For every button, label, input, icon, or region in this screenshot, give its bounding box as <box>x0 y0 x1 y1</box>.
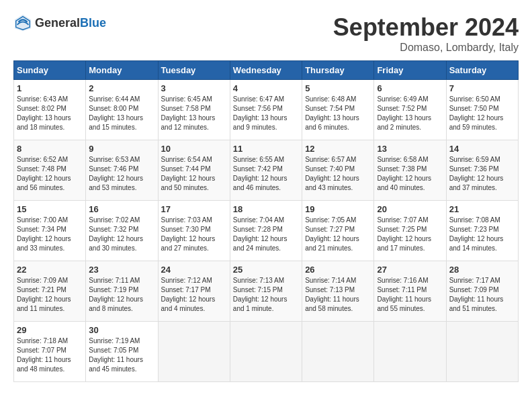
calendar-day: 29 Sunrise: 7:18 AMSunset: 7:07 PMDaylig… <box>14 322 86 382</box>
calendar-day: 11 Sunrise: 6:55 AMSunset: 7:42 PMDaylig… <box>230 140 302 201</box>
day-number: 2 <box>89 83 154 93</box>
day-number: 19 <box>305 204 371 214</box>
day-info: Sunrise: 7:17 AMSunset: 7:09 PMDaylight:… <box>449 277 504 312</box>
header-tuesday: Tuesday <box>158 61 230 80</box>
day-info: Sunrise: 7:13 AMSunset: 7:15 PMDaylight:… <box>233 277 287 312</box>
calendar-day: 10 Sunrise: 6:54 AMSunset: 7:44 PMDaylig… <box>158 140 230 201</box>
calendar-day-empty <box>374 322 446 382</box>
day-info: Sunrise: 7:14 AMSunset: 7:13 PMDaylight:… <box>305 277 359 312</box>
calendar-day: 8 Sunrise: 6:52 AMSunset: 7:48 PMDayligh… <box>14 140 86 201</box>
logo-wordmark: GeneralBlue <box>35 16 106 30</box>
calendar-day: 17 Sunrise: 7:03 AMSunset: 7:30 PMDaylig… <box>158 201 230 261</box>
title-area: September 2024 Domaso, Lombardy, Italy <box>333 13 519 54</box>
day-number: 10 <box>161 144 227 154</box>
day-info: Sunrise: 7:07 AMSunset: 7:25 PMDaylight:… <box>377 216 431 252</box>
day-number: 27 <box>377 265 443 275</box>
day-info: Sunrise: 7:19 AMSunset: 7:05 PMDaylight:… <box>89 337 143 373</box>
day-info: Sunrise: 6:49 AMSunset: 7:52 PMDaylight:… <box>377 95 431 131</box>
day-info: Sunrise: 6:45 AMSunset: 7:58 PMDaylight:… <box>161 95 216 131</box>
day-number: 30 <box>89 325 154 335</box>
day-info: Sunrise: 7:16 AMSunset: 7:11 PMDaylight:… <box>377 277 431 312</box>
calendar-day: 4 Sunrise: 6:47 AMSunset: 7:56 PMDayligh… <box>230 80 302 140</box>
day-number: 16 <box>89 204 154 214</box>
month-title: September 2024 <box>333 13 519 42</box>
logo-general: General <box>35 16 80 30</box>
day-number: 24 <box>161 265 227 275</box>
day-number: 3 <box>161 83 227 93</box>
day-number: 11 <box>233 144 299 154</box>
day-number: 29 <box>17 325 83 335</box>
calendar-day: 25 Sunrise: 7:13 AMSunset: 7:15 PMDaylig… <box>230 261 302 322</box>
calendar-day-empty <box>158 322 230 382</box>
calendar-day: 19 Sunrise: 7:05 AMSunset: 7:27 PMDaylig… <box>302 201 374 261</box>
logo: GeneralBlue <box>13 13 106 32</box>
day-number: 8 <box>17 144 83 154</box>
calendar-row: 29 Sunrise: 7:18 AMSunset: 7:07 PMDaylig… <box>14 322 519 382</box>
logo-blue: Blue <box>80 16 106 30</box>
svg-marker-0 <box>15 15 31 31</box>
day-number: 22 <box>17 265 83 275</box>
day-number: 18 <box>233 204 299 214</box>
day-info: Sunrise: 7:05 AMSunset: 7:27 PMDaylight:… <box>305 216 359 252</box>
day-info: Sunrise: 7:09 AMSunset: 7:21 PMDaylight:… <box>17 277 71 312</box>
header-wednesday: Wednesday <box>230 61 302 80</box>
day-number: 5 <box>305 83 371 93</box>
day-info: Sunrise: 7:08 AMSunset: 7:23 PMDaylight:… <box>449 216 504 252</box>
weekday-header-row: Sunday Monday Tuesday Wednesday Thursday… <box>14 61 519 80</box>
calendar-day: 27 Sunrise: 7:16 AMSunset: 7:11 PMDaylig… <box>374 261 446 322</box>
header-saturday: Saturday <box>446 61 518 80</box>
calendar-row: 22 Sunrise: 7:09 AMSunset: 7:21 PMDaylig… <box>14 261 519 322</box>
calendar-table: Sunday Monday Tuesday Wednesday Thursday… <box>13 60 519 382</box>
header-thursday: Thursday <box>302 61 374 80</box>
calendar-day: 15 Sunrise: 7:00 AMSunset: 7:34 PMDaylig… <box>14 201 86 261</box>
day-info: Sunrise: 6:52 AMSunset: 7:48 PMDaylight:… <box>17 156 71 191</box>
calendar-day: 18 Sunrise: 7:04 AMSunset: 7:28 PMDaylig… <box>230 201 302 261</box>
day-info: Sunrise: 6:48 AMSunset: 7:54 PMDaylight:… <box>305 95 359 131</box>
day-info: Sunrise: 6:50 AMSunset: 7:50 PMDaylight:… <box>449 95 504 131</box>
day-number: 25 <box>233 265 299 275</box>
calendar-day-empty <box>302 322 374 382</box>
header-sunday: Sunday <box>14 61 86 80</box>
calendar-day: 24 Sunrise: 7:12 AMSunset: 7:17 PMDaylig… <box>158 261 230 322</box>
day-number: 17 <box>161 204 227 214</box>
location-title: Domaso, Lombardy, Italy <box>333 42 519 54</box>
calendar-day: 21 Sunrise: 7:08 AMSunset: 7:23 PMDaylig… <box>446 201 518 261</box>
day-info: Sunrise: 7:18 AMSunset: 7:07 PMDaylight:… <box>17 337 71 373</box>
day-number: 13 <box>377 144 443 154</box>
calendar-day: 5 Sunrise: 6:48 AMSunset: 7:54 PMDayligh… <box>302 80 374 140</box>
day-info: Sunrise: 6:58 AMSunset: 7:38 PMDaylight:… <box>377 156 431 191</box>
day-number: 28 <box>449 265 515 275</box>
day-info: Sunrise: 6:53 AMSunset: 7:46 PMDaylight:… <box>89 156 143 191</box>
day-info: Sunrise: 7:11 AMSunset: 7:19 PMDaylight:… <box>89 277 143 312</box>
calendar-day: 28 Sunrise: 7:17 AMSunset: 7:09 PMDaylig… <box>446 261 518 322</box>
calendar-day: 2 Sunrise: 6:44 AMSunset: 8:00 PMDayligh… <box>86 80 158 140</box>
calendar-day: 1 Sunrise: 6:43 AMSunset: 8:02 PMDayligh… <box>14 80 86 140</box>
day-number: 4 <box>233 83 299 93</box>
day-info: Sunrise: 7:12 AMSunset: 7:17 PMDaylight:… <box>161 277 216 312</box>
day-info: Sunrise: 7:02 AMSunset: 7:32 PMDaylight:… <box>89 216 143 252</box>
calendar-day: 9 Sunrise: 6:53 AMSunset: 7:46 PMDayligh… <box>86 140 158 201</box>
calendar-day: 23 Sunrise: 7:11 AMSunset: 7:19 PMDaylig… <box>86 261 158 322</box>
day-info: Sunrise: 6:54 AMSunset: 7:44 PMDaylight:… <box>161 156 216 191</box>
day-number: 7 <box>449 83 515 93</box>
day-number: 26 <box>305 265 371 275</box>
day-info: Sunrise: 6:57 AMSunset: 7:40 PMDaylight:… <box>305 156 359 191</box>
calendar-day: 16 Sunrise: 7:02 AMSunset: 7:32 PMDaylig… <box>86 201 158 261</box>
day-number: 14 <box>449 144 515 154</box>
header-friday: Friday <box>374 61 446 80</box>
calendar-day: 3 Sunrise: 6:45 AMSunset: 7:58 PMDayligh… <box>158 80 230 140</box>
day-number: 20 <box>377 204 443 214</box>
day-info: Sunrise: 7:03 AMSunset: 7:30 PMDaylight:… <box>161 216 216 252</box>
calendar-row: 15 Sunrise: 7:00 AMSunset: 7:34 PMDaylig… <box>14 201 519 261</box>
calendar-row: 8 Sunrise: 6:52 AMSunset: 7:48 PMDayligh… <box>14 140 519 201</box>
calendar-day-empty <box>446 322 518 382</box>
day-number: 9 <box>89 144 154 154</box>
calendar-day: 20 Sunrise: 7:07 AMSunset: 7:25 PMDaylig… <box>374 201 446 261</box>
calendar-day: 13 Sunrise: 6:58 AMSunset: 7:38 PMDaylig… <box>374 140 446 201</box>
calendar-day: 14 Sunrise: 6:59 AMSunset: 7:36 PMDaylig… <box>446 140 518 201</box>
day-info: Sunrise: 6:59 AMSunset: 7:36 PMDaylight:… <box>449 156 504 191</box>
calendar-day: 26 Sunrise: 7:14 AMSunset: 7:13 PMDaylig… <box>302 261 374 322</box>
calendar-day-empty <box>230 322 302 382</box>
day-number: 6 <box>377 83 443 93</box>
day-info: Sunrise: 6:44 AMSunset: 8:00 PMDaylight:… <box>89 95 143 131</box>
